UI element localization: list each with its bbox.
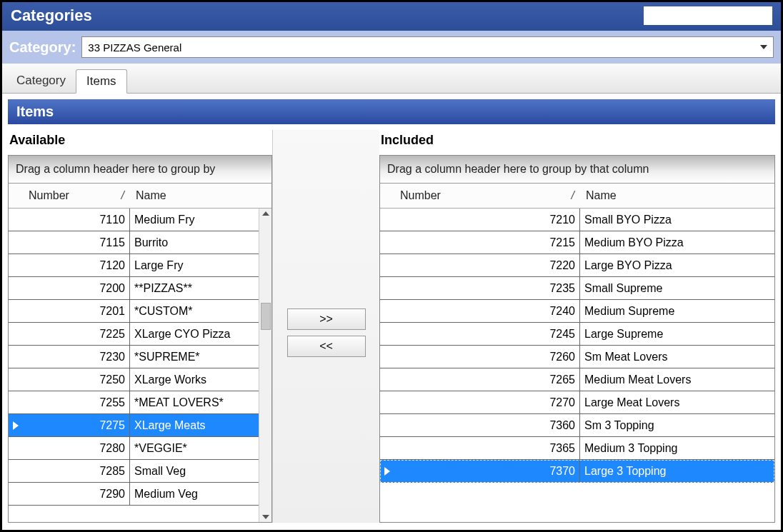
table-row[interactable]: 7255*MEAT LOVERS* <box>9 391 271 414</box>
cell-number: 7360 <box>394 414 580 436</box>
cell-name: Medium Fry <box>130 209 271 231</box>
available-scrollbar[interactable] <box>259 209 271 522</box>
tabstrip: Category Items <box>2 64 781 94</box>
cell-number: 7365 <box>394 437 580 459</box>
cell-number: 7201 <box>23 300 130 322</box>
row-gutter <box>9 254 23 276</box>
included-group-hint[interactable]: Drag a column header here to group by th… <box>380 156 774 184</box>
scroll-up-icon[interactable] <box>262 211 269 216</box>
table-row[interactable]: 7365Medium 3 Topping <box>380 437 774 460</box>
row-gutter <box>380 209 394 231</box>
cell-name: *MEAT LOVERS* <box>130 391 271 413</box>
row-gutter <box>380 346 394 368</box>
tab-items[interactable]: Items <box>76 69 127 94</box>
window-titlebar: Categories <box>2 2 781 31</box>
sort-indicator-icon: / <box>572 189 574 202</box>
cell-name: Medium 3 Topping <box>580 437 774 459</box>
category-selector-row: Category: 33 PIZZAS General <box>2 31 781 64</box>
table-row[interactable]: 7290Medium Veg <box>9 483 271 506</box>
included-header-gutter <box>380 184 394 208</box>
table-row[interactable]: 7265Medium Meat Lovers <box>380 368 774 391</box>
table-row[interactable]: 7245Large Supreme <box>380 323 774 346</box>
dual-list-pane: Available Drag a column header here to g… <box>8 130 775 523</box>
table-row[interactable]: 7230*SUPREME* <box>9 346 271 368</box>
row-gutter <box>380 300 394 322</box>
scroll-down-icon[interactable] <box>262 515 269 519</box>
table-row[interactable]: 7225XLarge CYO Pizza <box>9 323 271 346</box>
available-pane: Available Drag a column header here to g… <box>8 130 272 523</box>
available-header-number[interactable]: Number / <box>23 184 130 208</box>
cell-number: 7290 <box>23 483 130 505</box>
table-row[interactable]: 7260Sm Meat Lovers <box>380 346 774 368</box>
table-row[interactable]: 7120Large Fry <box>9 254 271 277</box>
table-row[interactable]: 7370Large 3 Topping <box>380 460 774 483</box>
available-header-name[interactable]: Name <box>130 184 271 208</box>
row-gutter <box>380 368 394 391</box>
cell-name: Medium Meat Lovers <box>580 368 774 391</box>
titlebar-field[interactable] <box>644 6 772 25</box>
included-grid-body: 7210Small BYO Pizza7215Medium BYO Pizza7… <box>380 209 774 522</box>
table-row[interactable]: 7115Burrito <box>9 231 271 254</box>
cell-number: 7285 <box>23 460 130 482</box>
row-gutter <box>9 300 23 322</box>
tab-category[interactable]: Category <box>6 69 76 93</box>
row-gutter <box>9 323 23 345</box>
cell-number: 7265 <box>394 368 580 391</box>
table-row[interactable]: 7210Small BYO Pizza <box>380 209 774 231</box>
row-gutter <box>380 414 394 436</box>
section-header: Items <box>8 99 775 124</box>
cell-number: 7220 <box>394 254 580 276</box>
table-row[interactable]: 7270Large Meat Lovers <box>380 391 774 414</box>
transfer-buttons: >> << <box>272 130 379 523</box>
row-gutter <box>9 368 23 391</box>
available-title: Available <box>8 130 272 155</box>
table-row[interactable]: 7275XLarge Meats <box>9 414 271 437</box>
table-row[interactable]: 7285Small Veg <box>9 460 271 483</box>
cell-number: 7250 <box>23 368 130 391</box>
cell-number: 7240 <box>394 300 580 322</box>
row-pointer-icon <box>13 421 19 430</box>
cell-number: 7260 <box>394 346 580 368</box>
cell-name: Small Supreme <box>580 277 774 299</box>
table-row[interactable]: 7235Small Supreme <box>380 277 774 300</box>
table-row[interactable]: 7250XLarge Works <box>9 368 271 391</box>
cell-number: 7255 <box>23 391 130 413</box>
cell-number: 7210 <box>394 209 580 231</box>
row-gutter <box>9 231 23 254</box>
cell-name: *VEGGIE* <box>130 437 271 459</box>
cell-number: 7235 <box>394 277 580 299</box>
cell-number: 7225 <box>23 323 130 345</box>
scroll-thumb[interactable] <box>261 303 271 330</box>
cell-name: Small Veg <box>130 460 271 482</box>
row-gutter <box>9 483 23 505</box>
cell-name: *CUSTOM* <box>130 300 271 322</box>
cell-number: 7200 <box>23 277 130 299</box>
table-row[interactable]: 7240Medium Supreme <box>380 300 774 323</box>
table-row[interactable]: 7215Medium BYO Pizza <box>380 231 774 254</box>
row-gutter <box>380 277 394 299</box>
table-row[interactable]: 7360Sm 3 Topping <box>380 414 774 437</box>
table-row[interactable]: 7201*CUSTOM* <box>9 300 271 323</box>
chevron-down-icon <box>760 45 767 49</box>
cell-name: Large 3 Topping <box>580 460 774 482</box>
available-grid: Drag a column header here to group by Nu… <box>8 155 272 523</box>
remove-button[interactable]: << <box>287 336 366 357</box>
category-dropdown-value: 33 PIZZAS General <box>88 41 181 54</box>
cell-name: **PIZZAS** <box>130 277 271 299</box>
table-row[interactable]: 7220Large BYO Pizza <box>380 254 774 277</box>
included-header-name[interactable]: Name <box>580 184 774 208</box>
table-row[interactable]: 7110Medium Fry <box>9 209 271 231</box>
cell-name: Medium BYO Pizza <box>580 231 774 254</box>
cell-name: XLarge Meats <box>130 414 271 436</box>
row-gutter <box>380 323 394 345</box>
included-header-number[interactable]: Number / <box>394 184 580 208</box>
table-row[interactable]: 7200**PIZZAS** <box>9 277 271 300</box>
add-button[interactable]: >> <box>287 308 366 330</box>
cell-number: 7275 <box>23 414 130 436</box>
cell-number: 7370 <box>394 460 580 482</box>
category-dropdown[interactable]: 33 PIZZAS General <box>81 36 774 58</box>
available-group-hint[interactable]: Drag a column header here to group by <box>9 156 271 184</box>
row-gutter <box>380 437 394 459</box>
cell-name: Large BYO Pizza <box>580 254 774 276</box>
table-row[interactable]: 7280*VEGGIE* <box>9 437 271 460</box>
